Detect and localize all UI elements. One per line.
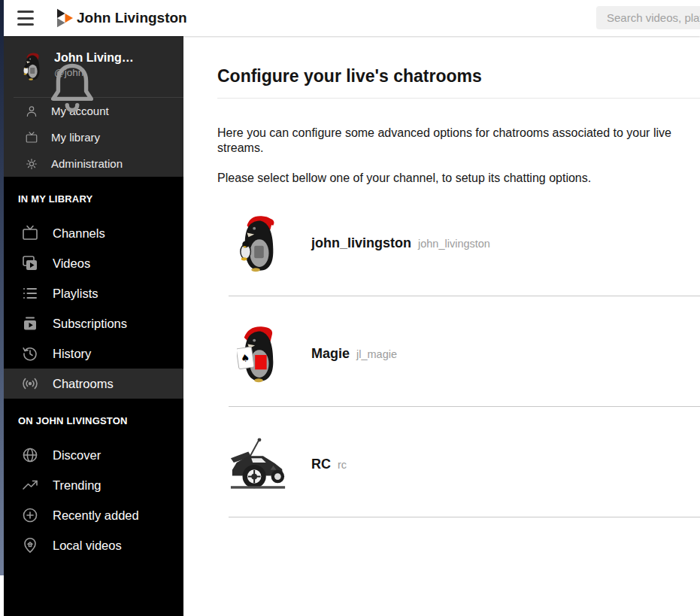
- map-pin-home-icon: [21, 536, 39, 554]
- add-circle-icon: [21, 506, 39, 524]
- instance-title[interactable]: John Livingston: [77, 0, 187, 36]
- penguin-card-avatar: ♠: [237, 324, 280, 383]
- menu-toggle-button[interactable]: [17, 11, 35, 26]
- left-scrollbar-thumb[interactable]: [0, 0, 4, 575]
- channel-handle: jl_magie: [356, 348, 397, 360]
- sidebar-item-chatrooms[interactable]: Chatrooms: [0, 369, 183, 399]
- sidebar-item-label: Videos: [53, 256, 90, 271]
- trending-icon: [21, 476, 39, 494]
- sidebar-item-label: Playlists: [53, 287, 98, 301]
- rc-car-avatar: [229, 435, 288, 493]
- channel-handle: john_livingston: [418, 238, 490, 250]
- sidebar-item-label: History: [53, 347, 91, 361]
- peertube-logo-icon[interactable]: [57, 8, 73, 28]
- channel-row-john-livingston[interactable]: john_livingston john_livingston: [229, 213, 700, 296]
- tv-icon: [25, 131, 38, 144]
- channel-handle: rc: [338, 459, 347, 471]
- channel-row-rc[interactable]: RC rc: [229, 434, 700, 517]
- channel-display-name: Magie: [311, 346, 350, 362]
- sidebar-item-label: Channels: [53, 226, 105, 241]
- instruction-paragraph: Please select bellow one of your channel…: [217, 171, 700, 186]
- channel-display-name: RC: [311, 457, 331, 472]
- left-scrollbar-track[interactable]: [0, 575, 4, 616]
- sidebar-item-trending[interactable]: Trending: [0, 470, 183, 500]
- intro-paragraph: Here you can configure some advanced opt…: [217, 126, 700, 156]
- svg-text:♠: ♠: [240, 351, 250, 365]
- sidebar-item-label: My library: [51, 131, 100, 144]
- video-library-icon: [21, 254, 39, 272]
- sidebar-item-administration[interactable]: Administration: [0, 150, 183, 177]
- penguin-santa-avatar: [237, 214, 280, 272]
- channel-avatar: [229, 434, 289, 494]
- sidebar-item-label: Administration: [51, 157, 123, 170]
- sidebar-item-channels[interactable]: Channels: [0, 218, 183, 248]
- sidebar-section-title: IN MY LIBRARY: [18, 193, 183, 205]
- sidebar: John Livingston @john My account My libr…: [0, 36, 183, 616]
- main-content: Configure your live's chatrooms Here you…: [183, 36, 700, 616]
- sidebar-item-label: Local videos: [53, 539, 122, 553]
- channel-avatar: ♠: [229, 323, 289, 384]
- sidebar-item-playlists[interactable]: Playlists: [0, 278, 183, 308]
- live-broadcast-icon: [21, 375, 39, 393]
- search-input[interactable]: [596, 6, 700, 29]
- sidebar-item-label: Chatrooms: [53, 377, 114, 391]
- playlist-icon: [21, 284, 39, 302]
- sidebar-item-label: Recently added: [53, 508, 139, 523]
- sidebar-item-local-videos[interactable]: Local videos: [0, 530, 183, 560]
- sidebar-section-title: ON JOHN LIVINGSTON: [18, 415, 183, 426]
- history-icon: [21, 344, 39, 363]
- tv-icon: [21, 224, 39, 242]
- sidebar-item-my-library[interactable]: My library: [0, 124, 183, 150]
- sidebar-item-subscriptions[interactable]: Subscriptions: [0, 308, 183, 338]
- sidebar-item-label: Discover: [53, 448, 101, 463]
- channel-row-magie[interactable]: ♠ Magie jl_magie: [229, 323, 700, 407]
- channel-list: john_livingston john_livingston ♠: [229, 213, 700, 517]
- gear-icon: [25, 157, 38, 171]
- subscriptions-icon: [21, 314, 39, 332]
- channel-display-name: john_livingston: [311, 235, 411, 251]
- channel-avatar: [229, 213, 289, 273]
- sidebar-item-label: Subscriptions: [53, 317, 127, 331]
- globe-icon: [21, 446, 39, 464]
- sidebar-item-discover[interactable]: Discover: [0, 440, 183, 470]
- sidebar-item-videos[interactable]: Videos: [0, 248, 183, 278]
- sidebar-item-recently-added[interactable]: Recently added: [0, 500, 183, 530]
- sidebar-item-label: Trending: [53, 478, 102, 493]
- notifications-bell-icon[interactable]: [0, 56, 164, 117]
- top-header: John Livingston: [0, 0, 700, 36]
- sidebar-item-history[interactable]: History: [0, 338, 183, 369]
- sidebar-user-panel: John Livingston @john My account My libr…: [0, 36, 183, 177]
- user-row[interactable]: John Livingston @john: [0, 36, 183, 97]
- page-title: Configure your live's chatrooms: [217, 66, 700, 99]
